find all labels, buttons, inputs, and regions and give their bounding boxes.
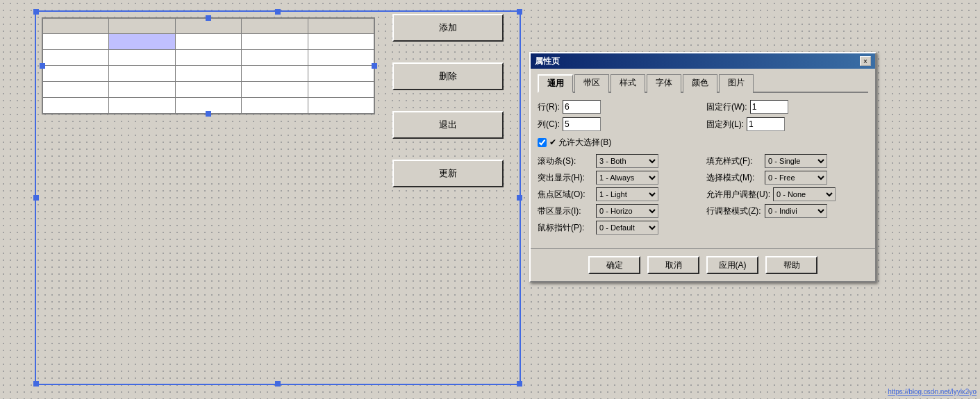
fixed-row-input[interactable] bbox=[750, 100, 788, 114]
delete-button[interactable]: 删除 bbox=[392, 62, 504, 90]
cell[interactable] bbox=[308, 98, 374, 114]
fixed-row-label: 固定行(W): bbox=[706, 101, 747, 113]
select-mode-label: 选择模式(M): bbox=[706, 172, 762, 184]
handle-tl bbox=[33, 9, 39, 15]
scrollbar-select[interactable]: 3 - Both bbox=[596, 154, 658, 168]
handle-bl bbox=[33, 381, 39, 387]
cursor-row: 鼠标指针(P): 0 - Default bbox=[538, 221, 699, 235]
apply-button[interactable]: 应用(A) bbox=[706, 256, 758, 274]
row-field-group: 行(R): bbox=[538, 100, 699, 114]
cell[interactable] bbox=[43, 82, 109, 98]
col-header-1 bbox=[43, 19, 109, 34]
cell[interactable] bbox=[175, 50, 241, 66]
table-row[interactable] bbox=[43, 66, 374, 82]
cell[interactable] bbox=[308, 66, 374, 82]
cursor-select[interactable]: 0 - Default bbox=[596, 221, 658, 235]
highlight-label: 突出显示(H): bbox=[538, 172, 593, 184]
band-display-select[interactable]: 0 - Horizo bbox=[596, 204, 658, 218]
focus-area-select[interactable]: 1 - Light bbox=[596, 187, 658, 201]
fixed-col-input[interactable] bbox=[747, 117, 785, 131]
allow-select-checkbox[interactable] bbox=[538, 138, 547, 147]
buttons-panel: 添加 删除 退出 更新 bbox=[392, 14, 504, 187]
scrollbar-row: 滚动条(S): 3 - Both bbox=[538, 154, 699, 168]
dropdown-grid: 滚动条(S): 3 - Both 突出显示(H): 1 - Always 焦点区… bbox=[538, 154, 868, 237]
dialog-title: 属性页 bbox=[535, 56, 560, 67]
cell[interactable] bbox=[109, 50, 175, 66]
band-display-label: 带区显示(I): bbox=[538, 205, 593, 217]
highlight-select[interactable]: 1 - Always bbox=[596, 171, 658, 185]
table-row[interactable] bbox=[43, 50, 374, 66]
col-field-group: 列(C): bbox=[538, 117, 699, 131]
handle-tm bbox=[275, 9, 281, 15]
cancel-button[interactable]: 取消 bbox=[647, 256, 699, 274]
col-input[interactable] bbox=[563, 117, 601, 131]
tab-image[interactable]: 图片 bbox=[719, 74, 754, 93]
tab-color[interactable]: 颜色 bbox=[683, 74, 717, 93]
cell[interactable] bbox=[242, 82, 308, 98]
selected-cell[interactable] bbox=[109, 34, 175, 50]
select-mode-select[interactable]: 0 - Free bbox=[765, 171, 827, 185]
cell[interactable] bbox=[308, 34, 374, 50]
scrollbar-label: 滚动条(S): bbox=[538, 155, 593, 167]
handle-ml bbox=[33, 195, 39, 201]
row-input[interactable] bbox=[563, 100, 601, 114]
add-button[interactable]: 添加 bbox=[392, 14, 504, 42]
cell[interactable] bbox=[175, 66, 241, 82]
col-header-2 bbox=[109, 19, 175, 34]
allow-select-label: ✔ 允许大选择(B) bbox=[549, 137, 611, 148]
handle-br bbox=[517, 381, 522, 387]
canvas-area: 添加 删除 退出 更新 属性页 × 通用 带区 样式 字体 颜色 图片 行(R)… bbox=[0, 0, 980, 399]
data-table[interactable] bbox=[42, 18, 374, 114]
allow-resize-select[interactable]: 0 - None bbox=[773, 187, 836, 201]
cell[interactable] bbox=[242, 50, 308, 66]
cell[interactable] bbox=[175, 82, 241, 98]
cell[interactable] bbox=[43, 34, 109, 50]
left-dropdowns: 滚动条(S): 3 - Both 突出显示(H): 1 - Always 焦点区… bbox=[538, 154, 699, 237]
widget-handle-bm bbox=[206, 111, 211, 117]
row-resize-row: 行调整模式(Z): 0 - Indivi bbox=[706, 204, 868, 218]
tab-style[interactable]: 样式 bbox=[611, 74, 645, 93]
tab-band[interactable]: 带区 bbox=[574, 74, 609, 93]
tab-font[interactable]: 字体 bbox=[647, 74, 681, 93]
fixed-col-field-group: 固定列(L): bbox=[706, 117, 868, 131]
exit-button[interactable]: 退出 bbox=[392, 111, 504, 139]
update-button[interactable]: 更新 bbox=[392, 160, 504, 187]
cell[interactable] bbox=[308, 82, 374, 98]
allow-select-row: ✔ 允许大选择(B) bbox=[538, 137, 868, 148]
tab-general[interactable]: 通用 bbox=[538, 74, 573, 93]
highlight-row: 突出显示(H): 1 - Always bbox=[538, 171, 699, 185]
cell[interactable] bbox=[242, 66, 308, 82]
row-resize-select[interactable]: 0 - Indivi bbox=[765, 204, 827, 218]
cursor-label: 鼠标指针(P): bbox=[538, 222, 593, 234]
table-row[interactable] bbox=[43, 34, 374, 50]
cell[interactable] bbox=[43, 98, 109, 114]
focus-area-label: 焦点区域(O): bbox=[538, 189, 593, 201]
col-header-5 bbox=[308, 19, 374, 34]
focus-area-row: 焦点区域(O): 1 - Light bbox=[538, 187, 699, 201]
cell[interactable] bbox=[242, 98, 308, 114]
dialog-close-button[interactable]: × bbox=[860, 56, 871, 66]
cell[interactable] bbox=[242, 34, 308, 50]
cell[interactable] bbox=[109, 66, 175, 82]
ok-button[interactable]: 确定 bbox=[588, 256, 640, 274]
row-resize-label: 行调整模式(Z): bbox=[706, 205, 762, 217]
handle-tr bbox=[517, 9, 522, 15]
dialog-body: 通用 带区 样式 字体 颜色 图片 行(R): 固定行(W): 列(C): bbox=[531, 69, 875, 243]
select-mode-row: 选择模式(M): 0 - Free bbox=[706, 171, 868, 185]
help-button[interactable]: 帮助 bbox=[765, 256, 817, 274]
cell[interactable] bbox=[175, 34, 241, 50]
widget-handle-tm bbox=[206, 15, 211, 21]
cell[interactable] bbox=[308, 50, 374, 66]
cell[interactable] bbox=[43, 66, 109, 82]
fill-style-row: 填充样式(F): 0 - Single bbox=[706, 154, 868, 168]
handle-mr bbox=[517, 195, 522, 201]
fill-style-select[interactable]: 0 - Single bbox=[765, 154, 827, 168]
cell[interactable] bbox=[109, 98, 175, 114]
cell[interactable] bbox=[43, 50, 109, 66]
cell[interactable] bbox=[109, 82, 175, 98]
handle-bm bbox=[275, 381, 281, 387]
allow-resize-row: 允许用户调整(U): 0 - None bbox=[706, 187, 868, 201]
table-widget[interactable] bbox=[42, 17, 375, 114]
properties-dialog: 属性页 × 通用 带区 样式 字体 颜色 图片 行(R): 固定行(W): bbox=[529, 52, 877, 282]
table-row[interactable] bbox=[43, 82, 374, 98]
